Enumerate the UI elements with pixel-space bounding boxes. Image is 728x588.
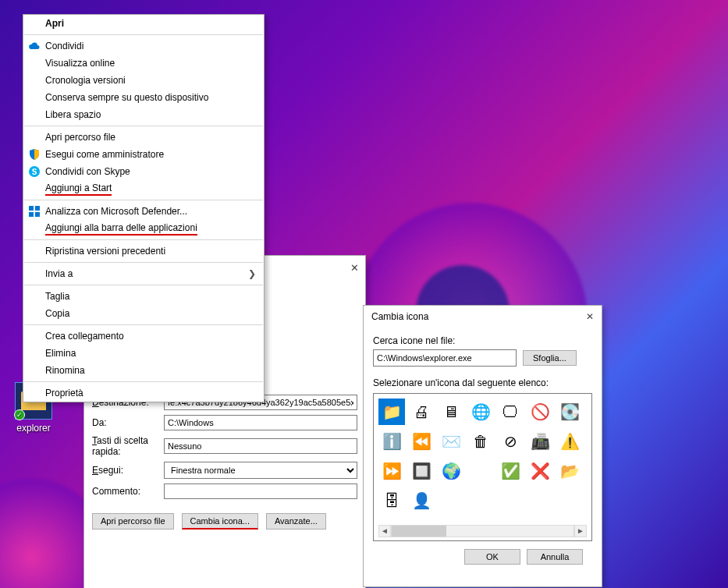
error-x-icon[interactable]: ❌ [527,458,553,484]
menu-separator [24,34,263,35]
no-entry-icon[interactable]: 🚫 [527,398,553,425]
svg-rect-3 [35,206,40,211]
menu-item-label: Esegui come amministratore [45,149,164,160]
menu-separator [24,239,263,240]
computer-globe-icon[interactable]: 🖥 [438,398,464,425]
icon-slot-empty [467,458,494,484]
icon-grid[interactable]: 📁🖨🖥🌐🖵🚫💽ℹ️⏪✉️🗑⊘📠⚠️⏩🔲🌍✅❌📂🗄👤 ◄ ► [373,393,592,541]
menu-item-label: Apri [45,18,64,29]
icon-slot-empty [438,487,464,514]
cloud-icon [28,40,41,52]
svg-rect-5 [35,212,40,217]
defender-icon [28,205,41,218]
shortcut-label: explorer [9,423,58,434]
advanced-button[interactable]: Avanzate... [266,513,326,530]
envelope-icon[interactable]: ✉️ [438,428,464,455]
menu-item-propriet[interactable]: Proprietà [23,384,264,402]
select-icon-label: Selezionare un'icona dal seguente elenco… [373,377,592,388]
svg-rect-4 [29,212,34,217]
menu-item-cronologia-versioni[interactable]: Cronologia versioni [23,72,264,89]
horizontal-scrollbar[interactable]: ◄ ► [378,525,587,537]
menu-item-label: Analizza con Microsoft Defender... [45,206,187,217]
menu-item-label: Visualizza online [45,58,115,69]
context-menu: ApriCondividiVisualizza onlineCronologia… [23,14,265,402]
user-green-icon[interactable]: 👤 [408,487,435,514]
cancel-button[interactable]: Annulla [527,549,583,565]
submenu-arrow-icon: ❯ [248,268,256,279]
menu-item-aggiungi-a-start[interactable]: Aggiungi a Start [23,180,264,197]
menu-item-condividi[interactable]: Condividi [23,37,264,55]
folder-open-icon[interactable]: 📂 [556,458,583,484]
menu-separator [24,285,263,285]
menu-item-label: Aggiungi alla barra delle applicazioni [45,222,197,236]
menu-separator [24,381,263,382]
menu-item-visualizza-online[interactable]: Visualizza online [23,55,264,72]
network-globe-icon[interactable]: 🌍 [438,458,464,484]
warning-icon[interactable]: ⚠️ [556,428,583,455]
menu-item-label: Ripristina versioni precedenti [45,246,165,257]
menu-item-elimina[interactable]: Elimina [23,345,264,362]
menu-item-rinomina[interactable]: Rinomina [23,362,264,379]
fax-printer-icon[interactable]: 📠 [527,428,553,455]
comment-input[interactable] [164,484,357,499]
menu-item-label: Aggiungi a Start [45,182,112,196]
menu-item-label: Crea collegamento [45,331,124,342]
server-icon[interactable]: 🗄 [378,487,405,514]
menu-item-ripristina-versioni-precedenti[interactable]: Ripristina versioni precedenti [23,243,264,260]
menu-item-libera-spazio[interactable]: Libera spazio [23,106,264,123]
comment-label: Commento: [92,486,159,497]
close-button[interactable]: ✕ [586,311,594,322]
menu-item-analizza-con-microsoft-defender[interactable]: Analizza con Microsoft Defender... [23,203,264,220]
scroll-left-arrow[interactable]: ◄ [378,525,391,537]
icon-path-input[interactable] [373,349,517,367]
run-select[interactable]: Finestra normale [164,462,357,479]
hotkey-input[interactable] [164,438,357,454]
from-label: Da: [92,417,159,428]
menu-separator [24,200,263,200]
drive-icon[interactable]: 💽 [556,398,583,425]
menu-item-label: Condividi [45,41,83,51]
menu-item-invia-a[interactable]: Invia a❯ [23,265,264,282]
scroll-right-arrow[interactable]: ► [574,525,587,537]
skype-icon: S [28,165,41,178]
info-icon[interactable]: ℹ️ [378,428,405,455]
change-icon-button[interactable]: Cambia icona... [182,513,258,530]
menu-item-crea-collegamento[interactable]: Crea collegamento [23,328,264,345]
folder-icon[interactable]: 📁 [378,398,405,425]
rewind-icon[interactable]: ⏪ [408,428,435,455]
shield-icon [28,148,41,161]
search-label: Cerca icone nel file: [373,335,592,346]
forward-icon[interactable]: ⏩ [378,458,405,484]
printer-question-icon[interactable]: 🖨 [408,398,435,425]
hotkey-label: Tasti di scelta rapida: [92,435,159,457]
sync-badge-icon: ✓ [14,409,25,420]
monitor-window-icon[interactable]: 🖵 [497,398,524,425]
window-check-icon[interactable]: ✅ [497,458,524,484]
ok-button[interactable]: OK [464,549,520,565]
menu-item-label: Rinomina [45,365,85,376]
menu-item-label: Invia a [45,268,73,279]
close-button[interactable]: ✕ [350,262,359,274]
menu-item-copia[interactable]: Copia [23,305,264,322]
recycle-bin-full-icon[interactable]: 🗑 [467,428,494,455]
svg-rect-2 [29,206,34,211]
menu-item-condividi-con-skype[interactable]: SCondividi con Skype [23,163,264,180]
menu-item-taglia[interactable]: Taglia [23,288,264,305]
menu-item-apri-percorso-file[interactable]: Apri percorso file [23,129,264,146]
dialog-title: Cambia icona [371,311,428,322]
recycle-bin-empty-icon[interactable]: ⊘ [497,428,524,455]
globe-icon[interactable]: 🌐 [467,398,494,425]
menu-item-conserva-sempre-su-questo-dispositivo[interactable]: Conserva sempre su questo dispositivo [23,89,264,106]
menu-item-apri[interactable]: Apri [23,15,264,32]
menu-item-label: Proprietà [45,388,83,398]
menu-item-esegui-come-amministratore[interactable]: Esegui come amministratore [23,146,264,163]
menu-item-aggiungi-alla-barra-delle-applicazioni[interactable]: Aggiungi alla barra delle applicazioni [23,220,264,237]
menu-item-label: Elimina [45,348,76,359]
open-file-location-button[interactable]: Apri percorso file [92,513,174,530]
from-input[interactable] [164,415,357,430]
browse-button[interactable]: Sfoglia... [523,350,577,366]
menu-separator [24,324,263,325]
menu-item-label: Conserva sempre su questo dispositivo [45,92,208,103]
window-grid-icon[interactable]: 🔲 [408,458,435,484]
menu-item-label: Libera spazio [45,109,101,120]
